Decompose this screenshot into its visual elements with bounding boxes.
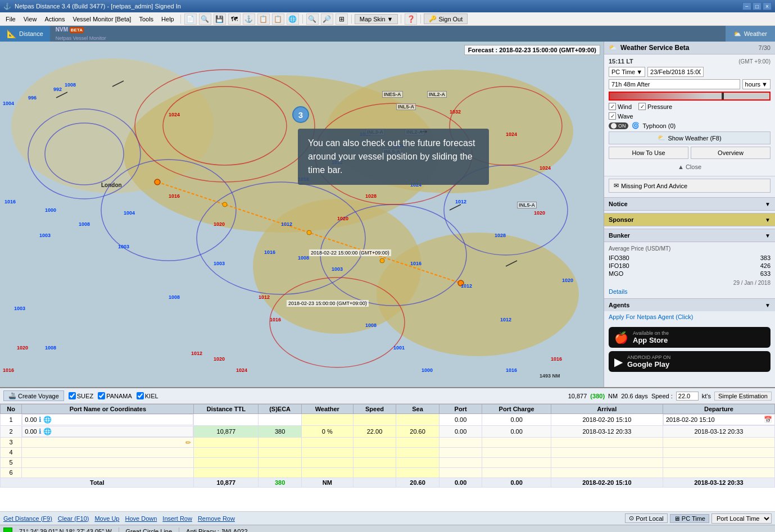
speed-input[interactable] <box>676 392 699 401</box>
row6-port <box>22 467 194 478</box>
table-row[interactable]: 3 ✏ <box>1 437 775 447</box>
kiel-checkbox[interactable]: KIEL <box>137 392 158 399</box>
mgo-value: 633 <box>760 270 771 277</box>
zoom-out-icon[interactable]: 🔎 <box>321 13 333 25</box>
minimize-btn[interactable]: − <box>742 2 751 10</box>
pressure-1008-b5: 1008 <box>365 322 377 328</box>
menu-view[interactable]: View <box>20 15 40 24</box>
map-svg <box>0 42 604 387</box>
time-slider-container[interactable] <box>609 92 771 101</box>
missing-port-btn[interactable]: ✉ Missing Port And Advice <box>609 179 771 193</box>
table-row[interactable]: 6 <box>1 467 775 478</box>
simple-estimation-btn[interactable]: Simple Estimation <box>714 392 772 401</box>
pressure-checkbox[interactable]: Pressure <box>638 103 672 110</box>
row1-map-icon[interactable]: 🌐 <box>43 416 52 424</box>
row1-info-icon[interactable]: ℹ <box>39 416 42 424</box>
create-voyage-btn[interactable]: 🚢 Create Voyage <box>3 390 64 401</box>
time-mode-dropdown[interactable]: PC Time ▼ <box>609 67 645 77</box>
get-distance-btn[interactable]: Get Distance (F9) <box>3 515 52 522</box>
sponsor-section-header[interactable]: Sponsor ▼ <box>604 213 775 226</box>
close-btn[interactable]: × <box>763 2 772 10</box>
menu-help[interactable]: Help <box>158 15 178 24</box>
insert-row-btn[interactable]: Insert Row <box>162 515 192 522</box>
wind-checkbox[interactable]: Wind <box>609 103 632 110</box>
row1-cal-icon[interactable]: 📅 <box>764 416 772 424</box>
pressure-1024-r: 1024 <box>169 112 180 117</box>
table-row[interactable]: 2 0.00 ℹ 🌐 10,877 380 0 % 22.00 20.60 0.… <box>1 426 775 438</box>
toolbar-icon-8[interactable]: 🌐 <box>287 13 299 25</box>
table-row[interactable]: 4 <box>1 447 775 457</box>
remove-row-btn[interactable]: Remove Row <box>198 515 235 522</box>
agents-link[interactable]: Apply For Netpas Agent (Click) <box>604 311 775 322</box>
row4-arrival <box>551 447 663 457</box>
map-skin-btn[interactable]: Map Skin ▼ <box>355 14 398 24</box>
wave-checkbox[interactable]: Wave <box>609 112 633 120</box>
tab-distance[interactable]: 📐 Distance <box>0 26 50 42</box>
map-container[interactable]: Forecast : 2018-02-23 15:00:00 (GMT+09:0… <box>0 42 604 387</box>
toolbar-icon-2[interactable]: 🔍 <box>199 13 211 25</box>
hours-unit-dropdown[interactable]: hours ▼ <box>742 79 771 89</box>
close-weather-btn[interactable]: ▲ Close <box>678 163 701 170</box>
bottom-area: 🚢 Create Voyage SUEZ PANAMA KIEL 10,877 … <box>0 387 775 525</box>
pc-time-btn[interactable]: 🖥 PC Time <box>670 514 709 523</box>
maximize-btn[interactable]: □ <box>753 2 762 10</box>
menu-tools[interactable]: Tools <box>135 15 157 24</box>
move-down-btn[interactable]: Hove Down <box>125 515 157 522</box>
pressure-check-box[interactable] <box>638 103 646 110</box>
port-local-btn[interactable]: ⊙ Port Local <box>625 513 668 523</box>
bunker-section-header[interactable]: Bunker ▼ <box>604 229 775 242</box>
sign-out-btn[interactable]: 🔑 Sign Out <box>424 13 468 24</box>
row2-dist: 10,877 <box>194 426 259 438</box>
overview-btn[interactable]: Overview <box>691 147 771 159</box>
toolbar-icon-help[interactable]: ❓ <box>405 13 417 25</box>
suez-check[interactable] <box>69 392 76 399</box>
menu-actions[interactable]: Actions <box>41 15 68 24</box>
titlebar-title: Netpas Distance 3.4 (Build 3477) - [netp… <box>15 3 181 10</box>
toolbar-icon-3[interactable]: 💾 <box>214 13 226 25</box>
tab-weather[interactable]: ⛅ Weather <box>726 26 775 42</box>
hours-after-input[interactable] <box>609 79 740 89</box>
android-play-store-btn[interactable]: ▶ ANDROID APP ON Google Play <box>609 351 771 372</box>
panama-checkbox[interactable]: PANAMA <box>98 392 132 399</box>
table-row[interactable]: 1 0.00 ℹ 🌐 0.00 0.00 2018-02-20 15:10 <box>1 414 775 426</box>
slider-thumb[interactable] <box>722 93 724 99</box>
row3-edit-icon[interactable]: ✏ <box>185 439 191 447</box>
toolbar-icon-7[interactable]: 📋 <box>272 13 284 25</box>
toolbar-icon-4[interactable]: 🗺 <box>228 13 241 25</box>
toolbar-icon-6[interactable]: 📋 <box>257 13 270 25</box>
toolbar-icon-1[interactable]: 📄 <box>184 13 197 25</box>
row2-map-icon[interactable]: 🌐 <box>43 428 52 435</box>
typhoon-toggle[interactable]: ON <box>609 122 628 129</box>
pressure-1016-b3: 1016 <box>264 249 275 255</box>
menu-file[interactable]: File <box>2 15 19 24</box>
clear-btn[interactable]: Clear (F10) <box>58 515 89 522</box>
svg-point-24 <box>223 202 227 207</box>
row6-no: 6 <box>1 467 22 478</box>
time-value-input[interactable] <box>647 67 704 77</box>
wind-check-box[interactable] <box>609 103 616 110</box>
show-weather-btn[interactable]: ⛅ Show Weather (F8) <box>609 131 771 144</box>
agents-section-header[interactable]: Agents ▼ <box>604 298 775 311</box>
bunker-details-link[interactable]: Details <box>609 288 771 295</box>
ios-app-store-btn[interactable]: 🍎 Available on the App Store <box>609 327 771 348</box>
weather-service-title: Weather Service Beta <box>620 44 690 52</box>
wave-check-box[interactable] <box>609 112 616 120</box>
ios-text: Available on the App Store <box>633 330 669 344</box>
table-row[interactable]: 5 <box>1 457 775 467</box>
notice-section-header[interactable]: Notice ▼ <box>604 197 775 211</box>
time-slider[interactable] <box>610 93 769 99</box>
toolbar-icon-5[interactable]: ⚓ <box>243 13 255 25</box>
typhoon-row: ON 🌀 Typhoon (0) <box>609 122 771 129</box>
menu-vessel-monitor[interactable]: Vessel Monitor [Beta] <box>69 15 134 24</box>
row6-departure <box>663 467 774 478</box>
move-up-btn[interactable]: Move Up <box>94 515 119 522</box>
zoom-in-icon[interactable]: 🔍 <box>306 13 319 25</box>
row2-info-icon[interactable]: ℹ <box>39 428 42 435</box>
kiel-check[interactable] <box>137 392 144 399</box>
tab-nvm[interactable]: NVM BETA Netpas Vessel Monitor <box>50 26 112 42</box>
suez-checkbox[interactable]: SUEZ <box>69 392 93 399</box>
panama-check[interactable] <box>98 392 105 399</box>
how-to-use-btn[interactable]: How To Use <box>609 147 688 159</box>
zoom-fit-icon[interactable]: ⊞ <box>336 13 348 25</box>
time-zone-dropdown[interactable]: Port Local Time <box>711 513 772 524</box>
